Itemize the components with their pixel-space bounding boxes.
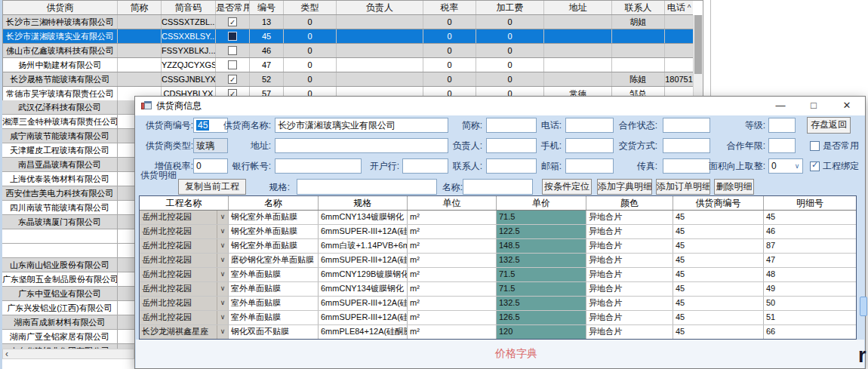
cell-price[interactable]: 148.5 (497, 239, 586, 253)
column-header-project[interactable]: 工程名称 (140, 196, 229, 210)
cell-code[interactable]: CSSXXBLSY... (162, 29, 216, 43)
detail-grid-row[interactable]: 长沙龙湖祺鑫星座∨钢化双面不贴膜6mmPLE84+12A(硅酮胶...m²120… (140, 325, 856, 340)
grade-input[interactable] (768, 118, 796, 133)
chevron-down-icon[interactable]: ∨ (793, 159, 802, 173)
detail-grid-row[interactable]: 岳州北控花园∨磨砂钢化室外单面贴膜6mmSUPER-III+12A(硅...m²… (140, 254, 856, 268)
cell-unit[interactable]: m² (408, 282, 497, 296)
supplier-list-item[interactable]: 南昌亚晶玻璃有限公司 (2, 158, 134, 172)
cell-detail-no[interactable]: 87 (764, 239, 856, 253)
add-order-detail-button[interactable]: 添加订单明细 (656, 179, 710, 195)
cell-addr[interactable] (544, 29, 612, 43)
cell-price[interactable]: 71.5 (497, 282, 586, 296)
cell-addr[interactable] (544, 44, 612, 57)
cell-project[interactable]: 岳州北控花园∨ (140, 225, 229, 238)
cell-fee[interactable]: 0 (476, 15, 544, 29)
cell-code[interactable]: CSSGJNBLYXGS (162, 72, 216, 86)
cell-type[interactable]: 0 (284, 29, 337, 43)
detail-grid-row[interactable]: 岳州北控花园∨钢化室外单面贴膜6mm白玻+1.14PVB+6mm...m²148… (140, 239, 856, 254)
cell-supplier-no[interactable]: 45 (673, 297, 764, 310)
cell-color[interactable]: 异地合片 (586, 297, 673, 310)
phone-input[interactable] (565, 118, 614, 133)
cell-project[interactable]: 岳州北控花园∨ (140, 211, 229, 224)
cell-project[interactable]: 岳州北控花园∨ (140, 297, 229, 310)
cell-name[interactable]: 钢化室外单面贴膜 (229, 239, 319, 253)
cell-name[interactable]: 磨砂钢化室外单面贴膜 (229, 254, 319, 267)
cell-manager[interactable] (337, 15, 423, 29)
cell-fee[interactable]: 0 (476, 44, 544, 57)
copy-current-project-button[interactable]: 复制当前工程 (178, 179, 246, 195)
cell-tax[interactable]: 0 (423, 58, 476, 72)
cell-detail-no[interactable]: 46 (764, 225, 856, 238)
cell-spec[interactable]: 6mmPLE84+12A(硅酮胶... (319, 325, 408, 339)
cell-no[interactable]: 46 (250, 44, 284, 57)
cell-detail-no[interactable]: 45 (764, 211, 856, 224)
supplier-grid-row[interactable]: 佛山市亿鑫玻璃科技有限公司FSSYXBLKJ...46000 (3, 44, 693, 58)
name-filter-input[interactable] (463, 179, 533, 195)
detail-grid-row[interactable]: 岳州北控花园∨室外单面贴膜6mmSUPER-III+12A(硅...m²126.… (140, 311, 856, 325)
cell-price[interactable]: 120 (497, 325, 586, 339)
cell-contact[interactable]: 胡姐 (612, 15, 665, 29)
contact-input[interactable] (486, 158, 537, 174)
cell-abbr[interactable] (118, 58, 162, 72)
cell-supplier-no[interactable]: 45 (673, 225, 764, 238)
supplier-list-item[interactable] (2, 229, 134, 244)
cell-code[interactable]: CSSSXTZBL... (162, 15, 216, 29)
chevron-down-icon[interactable]: ∨ (217, 311, 228, 324)
column-header-contact[interactable]: 联系人 (612, 1, 665, 14)
cell-fee[interactable]: 0 (476, 58, 544, 72)
cell-no[interactable]: 47 (250, 58, 284, 72)
chevron-down-icon[interactable]: ∨ (217, 297, 228, 310)
scrollbar-thumb[interactable] (694, 15, 702, 74)
mobile-input[interactable] (565, 138, 614, 153)
supplier-list-item[interactable]: 广东坚朗五金制品股份有限公司 (2, 272, 134, 287)
cell-name[interactable]: 室外单面贴膜 (229, 297, 319, 310)
chevron-down-icon[interactable]: ∨ (217, 268, 228, 281)
cell-unit[interactable]: m² (408, 254, 497, 267)
column-header-type[interactable]: 类型 (284, 1, 337, 14)
cell-abbr[interactable] (118, 72, 162, 86)
cell-detail-no[interactable]: 47 (764, 254, 856, 267)
common-use-checkbox[interactable]: 是否常用 (810, 140, 859, 152)
cell-spec[interactable]: 6mmCNY129B镀膜钢化 (319, 268, 408, 281)
cell-code[interactable]: FSSYXBLKJ... (162, 44, 216, 57)
supplier-list-item[interactable]: 广东中亚铝业有限公司 (2, 287, 134, 301)
cell-type[interactable]: 0 (284, 58, 337, 72)
cell-color[interactable]: 异地合片 (586, 325, 673, 339)
cell-unit[interactable]: m² (408, 225, 497, 238)
cell-supplier-no[interactable]: 45 (673, 268, 764, 281)
cell-supplier-no[interactable]: 45 (673, 211, 764, 224)
scroll-left-icon[interactable]: ‹ (5, 349, 8, 359)
cell-unit[interactable]: m² (408, 239, 497, 253)
column-header-unit[interactable]: 单位 (408, 196, 497, 210)
cell-common[interactable] (216, 72, 250, 86)
cell-name[interactable]: 室外单面贴膜 (229, 311, 319, 324)
cell-unit[interactable]: m² (408, 211, 497, 224)
cell-project[interactable]: 长沙龙湖祺鑫星座∨ (140, 325, 229, 339)
cell-detail-no[interactable]: 49 (764, 282, 856, 296)
cell-project[interactable]: 岳州北控花园∨ (140, 239, 229, 253)
common-checkbox-icon[interactable] (228, 46, 237, 55)
supplier-list-item[interactable]: 天津耀皮工程玻璃有限公司 (2, 143, 134, 158)
cell-color[interactable]: 异地合片 (586, 254, 673, 267)
cell-type[interactable]: 0 (284, 72, 337, 86)
cell-tax[interactable]: 0 (423, 44, 476, 57)
column-header-abbr[interactable]: 简称 (118, 1, 162, 14)
cell-color[interactable]: 异地合片 (586, 225, 673, 238)
address-input[interactable] (275, 138, 448, 153)
cell-spec[interactable]: 6mmCNY134镀膜钢化 (319, 282, 408, 296)
cell-fee[interactable]: 0 (476, 29, 544, 43)
cell-phone[interactable]: 180751 (665, 72, 693, 86)
maximize-button[interactable]: □ (797, 97, 830, 115)
cell-unit[interactable]: m² (408, 311, 497, 324)
cell-name[interactable]: 钢化双面不贴膜 (229, 325, 319, 339)
cell-supplier[interactable]: 长沙市三湘特种玻璃有限公司 (3, 15, 118, 29)
chevron-down-icon[interactable]: ∨ (217, 211, 228, 224)
cell-addr[interactable] (544, 72, 612, 86)
supplier-name-input[interactable]: 长沙市潇湘玻璃实业有限公司 (275, 118, 448, 133)
cell-project[interactable]: 岳州北控花园∨ (140, 311, 229, 324)
column-header-name[interactable]: 名称 (229, 196, 319, 210)
cell-type[interactable]: 0 (284, 15, 337, 29)
cell-addr[interactable] (544, 58, 612, 72)
cell-spec[interactable]: 6mmSUPER-III+12A(硅... (319, 311, 408, 324)
cell-addr[interactable] (544, 15, 612, 29)
